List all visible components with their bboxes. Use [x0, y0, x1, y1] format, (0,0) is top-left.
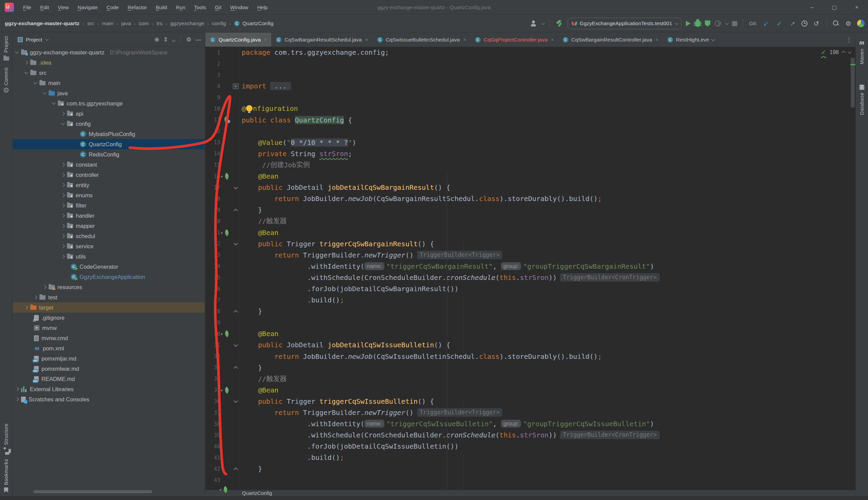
code-line[interactable]: 19 }	[205, 204, 855, 216]
code-line[interactable]: 27 .build();	[205, 295, 855, 306]
chevron-collapsed-icon[interactable]	[15, 387, 19, 391]
code-line[interactable]: 40 .forJob(jobDetailCqSwIssueBulletin())	[205, 441, 855, 452]
code-line[interactable]: 3	[205, 69, 855, 81]
code-line[interactable]: 30 @Bean	[205, 328, 855, 339]
menu-help[interactable]: Help	[254, 3, 271, 12]
code-line[interactable]: 43	[205, 475, 855, 486]
tree-row[interactable]: mapper	[13, 221, 204, 231]
tree-row[interactable]: target	[13, 303, 204, 312]
search-icon[interactable]	[833, 20, 840, 27]
plugin-globe-icon[interactable]	[857, 20, 865, 27]
code-line[interactable]: 36 public Trigger triggerCqSwIssueBullet…	[205, 396, 855, 407]
editor-tab[interactable]: CqSwIssueBulletinSchedul.java×	[373, 33, 470, 47]
user-icon[interactable]	[530, 20, 537, 27]
git-commit-icon[interactable]: ✓	[775, 19, 784, 28]
chevron-collapsed-icon[interactable]	[61, 193, 64, 197]
code-editor[interactable]: 1package com.trs.ggzyexchange.config;234…	[205, 47, 855, 490]
tree-row[interactable]: ggzy-exchange-master-quartzD:\ProgramWor…	[13, 47, 204, 57]
code-line[interactable]: 1package com.trs.ggzyexchange.config;	[205, 47, 855, 58]
tree-row[interactable]: entity	[13, 180, 204, 190]
menu-file[interactable]: File	[19, 3, 35, 12]
breadcrumb-item[interactable]: main	[102, 20, 114, 26]
spring-bean-icon[interactable]	[223, 387, 230, 394]
expand-all-icon[interactable]: ⇕	[163, 36, 168, 43]
chevron-collapsed-icon[interactable]	[61, 162, 64, 166]
tree-row[interactable]: QuartzConfig	[13, 139, 204, 149]
profiler-button[interactable]	[715, 20, 721, 26]
spring-bean-class-icon[interactable]	[224, 117, 230, 123]
tree-row[interactable]: test	[13, 292, 204, 303]
tree-row[interactable]: java	[13, 88, 204, 98]
tree-row[interactable]: mvnw	[13, 323, 204, 333]
tree-row[interactable]: api	[13, 109, 204, 119]
tree-row[interactable]: main	[13, 78, 204, 88]
toolwindow-tab-structure[interactable]: Structure	[3, 420, 9, 455]
breadcrumb-item[interactable]: trs	[157, 20, 163, 26]
chevron-collapsed-icon[interactable]	[61, 244, 64, 248]
tree-row[interactable]: Scratches and Consoles	[13, 394, 204, 405]
tree-row[interactable]: resources	[13, 282, 204, 292]
code-line[interactable]: 37 return TriggerBuilder.newTrigger()Tri…	[205, 407, 855, 418]
tree-row[interactable]: README.md	[13, 374, 204, 384]
code-line[interactable]: 20 //触发器	[205, 216, 855, 227]
tree-row[interactable]: constant	[13, 160, 204, 170]
code-line[interactable]: 13 @Value("0 */10 * * * ?")	[205, 137, 855, 148]
collapse-all-icon[interactable]	[172, 38, 175, 42]
tree-row[interactable]: pomxmlwar.md	[13, 364, 204, 374]
inspections-widget[interactable]: ✓ 198	[821, 48, 851, 56]
menu-build[interactable]: Build	[152, 3, 171, 12]
history-icon[interactable]	[801, 20, 808, 26]
unfold-icon[interactable]: +	[233, 83, 238, 89]
breadcrumb-item[interactable]: ggzy-exchange-master-quartz	[5, 20, 80, 26]
editor-tab[interactable]: RestHighLeve	[663, 33, 719, 47]
code-line[interactable]: 33 }	[205, 362, 855, 374]
toolwindow-tab-project[interactable]: Project	[3, 33, 9, 64]
settings-gear-icon[interactable]: ⚙	[844, 19, 853, 28]
next-problem-icon[interactable]	[842, 51, 845, 54]
code-line[interactable]: 41 .build();	[205, 452, 855, 463]
fold-marker-icon[interactable]	[234, 310, 238, 314]
tree-row[interactable]: handler	[13, 211, 204, 221]
git-update-icon[interactable]: ↙	[762, 19, 771, 28]
chevron-collapsed-icon[interactable]	[61, 203, 64, 207]
fold-marker-icon[interactable]	[234, 399, 238, 404]
breadcrumb-item[interactable]: java	[121, 20, 131, 26]
fold-marker-icon[interactable]	[234, 467, 238, 472]
chevron-expanded-icon[interactable]	[43, 90, 46, 94]
code-line[interactable]: 10@nfiguration	[205, 103, 855, 114]
toolwindow-tab-database[interactable]: Database	[859, 68, 865, 118]
chevron-collapsed-icon[interactable]	[61, 183, 64, 187]
horizontal-scrollbar[interactable]	[33, 490, 152, 493]
tree-row[interactable]: CodeGenerator	[13, 262, 204, 272]
chevron-expanded-icon[interactable]	[61, 121, 64, 125]
tree-row[interactable]: MybatisPlusConfig	[13, 129, 204, 139]
fold-marker-icon[interactable]	[234, 185, 238, 190]
menu-tools[interactable]: Tools	[190, 3, 210, 12]
breadcrumb-class[interactable]: QuartzConfig	[242, 490, 272, 496]
chevron-down-icon[interactable]	[711, 37, 715, 41]
spring-bean-icon[interactable]	[223, 173, 230, 180]
code-line[interactable]: 17 public JobDetail jobDetailCqSwBargain…	[205, 182, 855, 193]
stop-button[interactable]	[732, 21, 737, 26]
tree-row[interactable]: com.trs.ggzyexchange	[13, 98, 204, 109]
code-line[interactable]: 42 }	[205, 463, 855, 475]
tree-row[interactable]: controller	[13, 170, 204, 180]
chevron-expanded-icon[interactable]	[52, 101, 55, 104]
close-tab-icon[interactable]: ×	[365, 37, 368, 43]
tree-row[interactable]: RedisConfig	[13, 149, 204, 160]
code-line[interactable]: 28 }	[205, 306, 855, 317]
code-line[interactable]: 15 //创建Job实例	[205, 160, 855, 171]
build-hammer-icon[interactable]	[556, 20, 563, 27]
code-line[interactable]: 22 public Trigger triggerCqSwBargainResu…	[205, 238, 855, 250]
run-button[interactable]	[686, 21, 691, 26]
close-icon[interactable]: ×	[846, 0, 868, 15]
chevron-collapsed-icon[interactable]	[24, 305, 28, 309]
code-line[interactable]: 31 public JobDetail jobDetailCqSwIssueBu…	[205, 339, 855, 351]
tree-row[interactable]: service	[13, 241, 204, 251]
menu-run[interactable]: Run	[172, 3, 189, 12]
chevron-collapsed-icon[interactable]	[33, 295, 37, 299]
code-line[interactable]: 39 .withSchedule(CronScheduleBuilder.cro…	[205, 430, 855, 441]
fold-marker-icon[interactable]	[234, 208, 238, 213]
code-line[interactable]: 2	[205, 58, 855, 69]
breadcrumb-item[interactable]: config	[212, 20, 226, 26]
